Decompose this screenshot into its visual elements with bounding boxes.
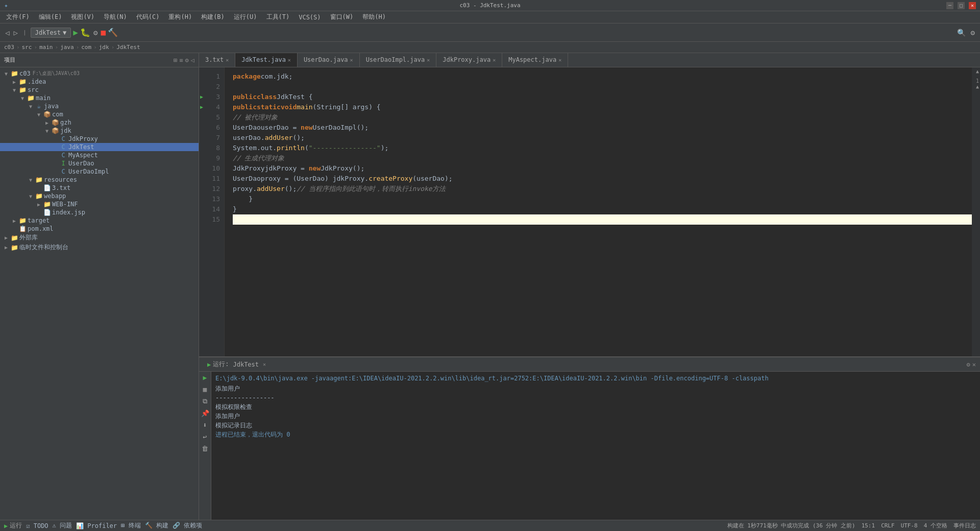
menu-edit[interactable]: 编辑(E) xyxy=(35,12,66,22)
breadcrumb-java[interactable]: java xyxy=(60,44,74,51)
tree-item-gzh[interactable]: ▶ 📦 gzh xyxy=(0,118,199,127)
problems-button[interactable]: ⚠ 问题 xyxy=(53,521,72,530)
menu-view[interactable]: 视图(V) xyxy=(67,12,99,22)
close-tab-icon[interactable]: ✕ xyxy=(427,57,430,63)
settings-icon[interactable]: ⚙ xyxy=(970,28,976,38)
restore-layout-button[interactable]: ⧉ xyxy=(203,397,207,405)
rerun-button[interactable]: ▶ xyxy=(203,374,207,381)
breadcrumb-jdktest[interactable]: JdkTest xyxy=(116,44,140,51)
menu-help[interactable]: 帮助(H) xyxy=(358,12,390,22)
tree-item-webapp[interactable]: ▼ 📁 webapp xyxy=(0,192,199,200)
charset[interactable]: UTF-8 xyxy=(901,522,918,529)
pin-button[interactable]: 📌 xyxy=(201,409,209,417)
tab-jdkproxy[interactable]: JdkProxy.java ✕ xyxy=(436,53,502,67)
debug-button[interactable]: 🐛 xyxy=(80,28,90,37)
close-panel-icon[interactable]: ✕ xyxy=(972,361,976,368)
tree-item-jdktest[interactable]: C JdkTest xyxy=(0,143,199,151)
scroll-output-button[interactable]: ⬇ xyxy=(203,421,207,429)
build-button[interactable]: 🔨 xyxy=(108,28,118,37)
close-run-tab[interactable]: ✕ xyxy=(263,361,266,367)
profiler-button[interactable]: 📊 Profiler xyxy=(76,522,117,529)
close-button[interactable]: ✕ xyxy=(969,2,976,9)
minimize-button[interactable]: ─ xyxy=(946,2,953,9)
run-button[interactable]: ▶ xyxy=(73,28,78,37)
expand-all-icon[interactable]: ⊞ xyxy=(174,57,177,64)
search-icon[interactable]: 🔍 xyxy=(956,28,967,38)
menu-tools[interactable]: 工具(T) xyxy=(262,12,294,22)
tree-item-java[interactable]: ▼ ☕ java xyxy=(0,102,199,110)
close-tab-icon[interactable]: ✕ xyxy=(558,57,561,63)
tree-item-myaspect[interactable]: C MyAspect xyxy=(0,151,199,159)
tab-myaspect[interactable]: MyAspect.java ✕ xyxy=(502,53,568,67)
menu-build[interactable]: 构建(B) xyxy=(197,12,229,22)
tree-item-indexjsp[interactable]: 📄 index.jsp xyxy=(0,208,199,216)
close-tab-icon[interactable]: ✕ xyxy=(226,57,229,63)
tree-item-pomxml[interactable]: 📋 pom.xml xyxy=(0,225,199,233)
line-ending[interactable]: CRLF xyxy=(881,522,895,529)
breadcrumb-jdk[interactable]: jdk xyxy=(99,44,109,51)
tree-item-resources[interactable]: ▼ 📁 resources xyxy=(0,176,199,184)
tree-item-jdkproxy[interactable]: C JdkProxy xyxy=(0,135,199,143)
line-num-9: 9 xyxy=(199,153,224,163)
forward-icon[interactable]: ▷ xyxy=(12,28,18,38)
breadcrumb-com[interactable]: com xyxy=(81,44,91,51)
terminal-button[interactable]: ⊞ 终端 xyxy=(121,521,140,530)
deps-button[interactable]: 🔗 依赖项 xyxy=(173,521,202,530)
tree-item-userdao[interactable]: I UserDao xyxy=(0,159,199,167)
sep2: › xyxy=(34,44,37,51)
bottom-tab-run[interactable]: ▶ 运行: JdkTest ✕ xyxy=(203,359,270,370)
toggle-soft-wrap[interactable]: ↩ xyxy=(203,433,207,441)
back-icon[interactable]: ◁ xyxy=(4,28,10,38)
tab-userdao[interactable]: UserDao.java ✕ xyxy=(298,53,360,67)
menu-run[interactable]: 运行(U) xyxy=(230,12,261,22)
menu-code[interactable]: 代码(C) xyxy=(132,12,164,22)
tree-item-webinf[interactable]: ▶ 📁 WEB-INF xyxy=(0,200,199,208)
tree-item-3txt[interactable]: 📄 3.txt xyxy=(0,184,199,192)
tree-item-userdaoimpl[interactable]: C UserDaoImpl xyxy=(0,167,199,176)
event-log-button[interactable]: 事件日志 xyxy=(953,522,976,529)
indent-info[interactable]: 4 个空格 xyxy=(924,522,947,529)
clear-output-button[interactable]: 🗑 xyxy=(202,445,208,452)
menu-refactor[interactable]: 重构(H) xyxy=(164,12,196,22)
tree-item-main[interactable]: ▼ 📁 main xyxy=(0,94,199,102)
tree-item-target[interactable]: ▶ 📁 target xyxy=(0,216,199,225)
tab-jdktest[interactable]: JdkTest.java ✕ xyxy=(235,53,298,67)
tab-3txt[interactable]: 3.txt ✕ xyxy=(199,53,235,67)
menu-file[interactable]: 文件(F) xyxy=(2,12,34,22)
tree-item-external[interactable]: ▶ 📁 外部库 xyxy=(0,233,199,243)
breadcrumb: c03 › src › main › java › com › jdk › Jd… xyxy=(0,42,980,53)
todo-button[interactable]: ☑ TODO xyxy=(26,522,48,529)
run-config-dropdown[interactable]: JdkTest ▼ xyxy=(31,28,71,38)
coverage-button[interactable]: ⚙ xyxy=(92,28,99,38)
hide-sidebar-icon[interactable]: ◁ xyxy=(191,57,194,64)
tree-item-src[interactable]: ▼ 📁 src xyxy=(0,86,199,94)
code-editor[interactable]: 1 2 ▶3 ▶4 5 6 7 8 9 10 11 12 13 14 15 xyxy=(199,67,980,356)
status-run[interactable]: ▶ 运行 xyxy=(4,521,22,530)
breadcrumb-src[interactable]: src xyxy=(22,44,32,51)
tree-item-com[interactable]: ▼ 📦 com xyxy=(0,110,199,118)
run-output[interactable]: E:\jdk-9.0.4\bin\java.exe -javaagent:E:\… xyxy=(211,372,980,520)
stop-button[interactable]: ■ xyxy=(101,28,106,37)
stop-run-button[interactable]: ■ xyxy=(203,385,207,393)
tree-item-jdk[interactable]: ▼ 📦 jdk xyxy=(0,127,199,135)
settings-icon[interactable]: ⚙ xyxy=(967,361,970,368)
close-tab-icon[interactable]: ✕ xyxy=(350,57,353,63)
tree-item-c03[interactable]: ▼ 📁 c03 F:\桌面\JAVA\c03 xyxy=(0,69,199,78)
build-button[interactable]: 🔨 构建 xyxy=(145,521,168,530)
breadcrumb-main[interactable]: main xyxy=(39,44,53,51)
tree-item-scratch[interactable]: ▶ 📁 临时文件和控制台 xyxy=(0,243,199,252)
breadcrumb-c03[interactable]: c03 xyxy=(4,44,14,51)
close-tab-icon[interactable]: ✕ xyxy=(288,57,291,63)
settings-icon[interactable]: ⚙ xyxy=(185,57,189,64)
collapse-all-icon[interactable]: ≡ xyxy=(179,57,183,64)
menu-vcs[interactable]: VCS(S) xyxy=(295,13,325,22)
menu-window[interactable]: 窗口(W) xyxy=(326,12,358,22)
maximize-button[interactable]: □ xyxy=(958,2,965,9)
tree-item-idea[interactable]: ▶ 📁 .idea xyxy=(0,78,199,86)
menu-navigate[interactable]: 导航(N) xyxy=(100,12,131,22)
code-content[interactable]: package com.jdk; public class JdkTest { … xyxy=(225,67,972,356)
tab-userdaoimpl[interactable]: UserDaoImpl.java ✕ xyxy=(360,53,437,67)
close-tab-icon[interactable]: ✕ xyxy=(493,57,496,63)
tree-label: main xyxy=(36,94,51,102)
folder-icon: 📦 xyxy=(51,119,59,126)
